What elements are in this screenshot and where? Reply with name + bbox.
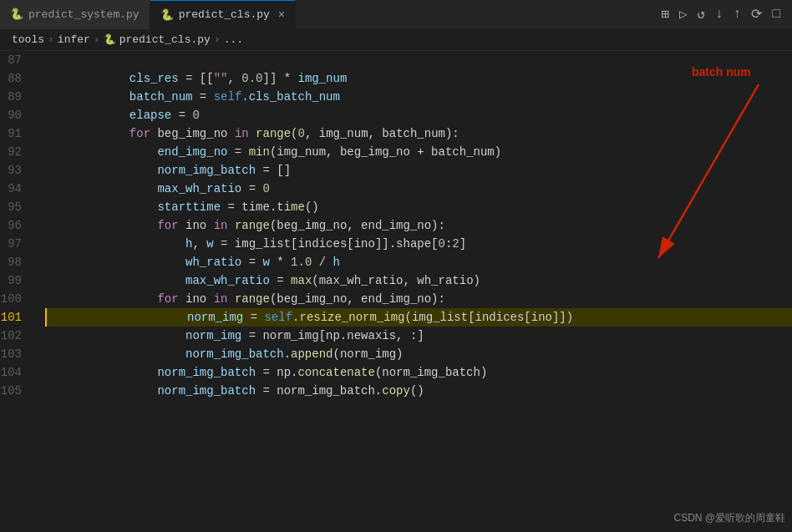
token: norm_img_batch	[157, 161, 256, 180]
token: (beg_img_no, end_img_no):	[270, 216, 445, 235]
token: elapse	[129, 106, 171, 124]
token	[45, 290, 157, 308]
code-line: wh_ratio = w * 1.0 / h	[45, 253, 792, 271]
token: (img_num, beg_img_no + batch_num)	[270, 143, 501, 161]
token: range	[235, 290, 270, 308]
code-line: max_wh_ratio = 0	[45, 180, 792, 198]
token: copy	[382, 382, 410, 400]
token: ]] *	[263, 69, 298, 88]
breadcrumb: tools › infer › 🐍 predict_cls.py › ...	[0, 29, 792, 51]
token: 0	[192, 106, 199, 124]
token: starttime	[157, 198, 221, 216]
refresh-icon[interactable]: ⟳	[751, 6, 762, 23]
line-number: 87	[0, 51, 28, 69]
token	[45, 216, 157, 235]
token: .	[284, 345, 291, 363]
tab-predict-system[interactable]: 🐍 predict_system.py	[0, 0, 150, 29]
token: norm_img_batch	[157, 382, 256, 400]
token: ,	[227, 69, 241, 88]
token: cls_res	[129, 69, 179, 88]
token: =	[270, 271, 291, 290]
code-line: ▷ norm_img = self.resize_norm_img(img_li…	[45, 308, 792, 327]
token: range	[256, 124, 291, 143]
token: img_num	[298, 69, 348, 88]
token: for	[129, 124, 150, 143]
token: 0	[262, 180, 269, 198]
token	[45, 88, 129, 106]
token: = norm_img_batch.	[256, 382, 382, 400]
grid-icon[interactable]: ⊞	[661, 6, 669, 23]
token	[45, 235, 185, 253]
line-number: 103	[0, 345, 28, 363]
restart-icon[interactable]: ↺	[698, 6, 706, 23]
code-line: elapse = 0	[45, 106, 792, 124]
token: 0	[298, 124, 305, 143]
token: norm_img	[187, 308, 243, 327]
token: norm_img_batch	[157, 363, 256, 382]
token	[45, 106, 129, 124]
line-number: 98	[0, 253, 28, 271]
token: w	[262, 253, 269, 271]
line-number: 102	[0, 327, 28, 345]
token: = np.	[256, 363, 297, 382]
token	[45, 363, 157, 382]
token	[45, 327, 185, 345]
line-numbers: 8788899091929394959697989910010110210310…	[0, 51, 42, 532]
line-number: 100	[0, 290, 28, 308]
token	[45, 271, 185, 290]
token: w	[206, 235, 213, 253]
tab-label: predict_system.py	[28, 8, 140, 21]
line-number: 88	[0, 69, 28, 88]
breadcrumb-item-more[interactable]: ...	[224, 33, 243, 46]
line-number: 91	[0, 124, 28, 143]
token: :	[445, 235, 452, 253]
token: self	[214, 88, 242, 106]
token: append	[291, 345, 333, 363]
token: min	[249, 143, 270, 161]
stop-icon[interactable]: □	[772, 7, 780, 22]
code-line: norm_img_batch = np.concatenate(norm_img…	[45, 363, 792, 382]
code-lines[interactable]: cls_res = [["", 0.0]] * img_num batch_nu…	[42, 51, 792, 532]
token: self	[264, 308, 292, 327]
step-into-icon[interactable]: ↓	[715, 7, 723, 22]
line-number: 94	[0, 180, 28, 198]
token	[45, 124, 129, 143]
breadcrumb-item-file[interactable]: predict_cls.py	[119, 33, 211, 46]
python-icon: 🐍	[10, 8, 23, 21]
token: =	[241, 180, 262, 198]
token: =	[227, 143, 248, 161]
breadcrumb-item-infer[interactable]: infer	[58, 33, 90, 46]
token: norm_img_batch	[185, 345, 284, 363]
token	[45, 382, 157, 400]
token: ino	[179, 290, 214, 308]
run-icon[interactable]: ▷	[679, 6, 688, 23]
line-number: 96	[0, 216, 28, 235]
code-line: for beg_img_no in range(0, img_num, batc…	[45, 124, 792, 143]
tab-predict-cls[interactable]: 🐍 predict_cls.py ×	[150, 0, 297, 29]
line-number: 92	[0, 143, 28, 161]
token: (img_list[indices[ino]])	[405, 308, 574, 327]
token: ""	[214, 69, 228, 88]
token: max_wh_ratio	[185, 271, 270, 290]
token: =	[243, 308, 264, 327]
code-line: h, w = img_list[indices[ino]].shape[0:2]	[45, 235, 792, 253]
token: .cls_batch_num	[241, 88, 340, 106]
token: concatenate	[297, 363, 374, 382]
breadcrumb-item-tools[interactable]: tools	[12, 33, 44, 46]
watermark: CSDN @爱听歌的周童鞋	[673, 511, 785, 525]
token: ino	[179, 216, 214, 235]
token: /	[312, 253, 333, 271]
token: max_wh_ratio	[157, 180, 241, 198]
token	[45, 143, 157, 161]
step-out-icon[interactable]: ↑	[734, 7, 742, 22]
breadcrumb-sep: ›	[214, 33, 221, 46]
tab-bar: 🐍 predict_system.py 🐍 predict_cls.py × ⊞…	[0, 0, 792, 29]
line-number: 99	[0, 271, 28, 290]
token: (beg_img_no, end_img_no):	[270, 290, 445, 308]
token: ,	[192, 235, 206, 253]
token: resize_norm_img	[299, 308, 404, 327]
token	[45, 253, 185, 271]
close-icon[interactable]: ×	[278, 8, 285, 22]
code-line: end_img_no = min(img_num, beg_img_no + b…	[45, 143, 792, 161]
token: =	[171, 106, 192, 124]
